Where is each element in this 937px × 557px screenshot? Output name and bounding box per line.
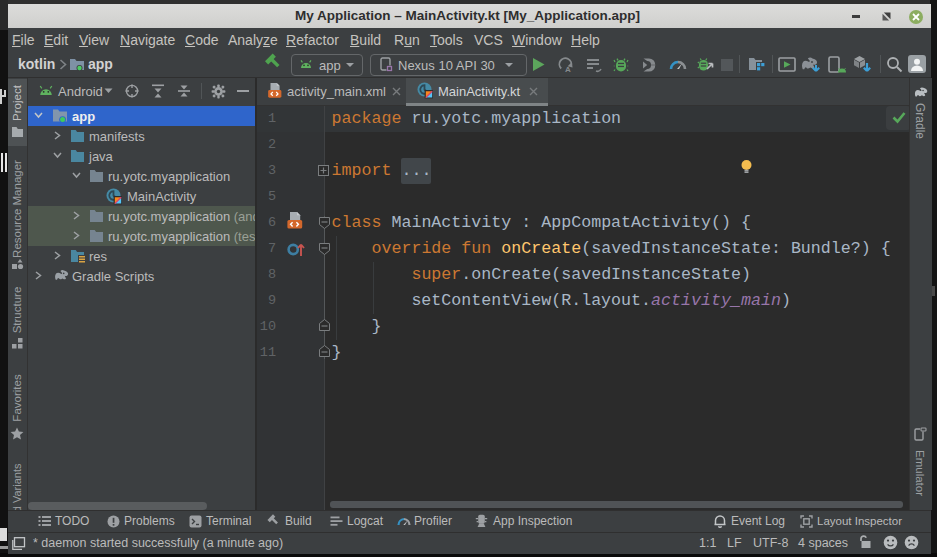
svg-text:A: A: [565, 65, 571, 74]
